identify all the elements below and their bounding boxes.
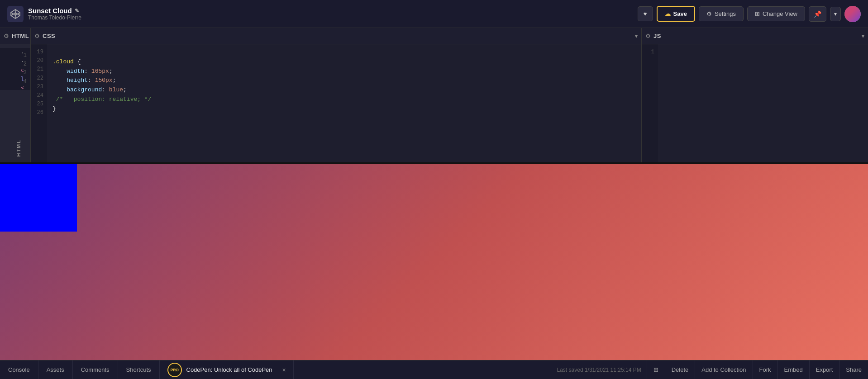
js-panel-header: ⚙ JS ▾	[642, 28, 868, 44]
html-vertical-label: HTML	[0, 139, 30, 162]
code-line-26	[52, 114, 636, 123]
project-name[interactable]: Sunset Cloud	[28, 7, 72, 14]
last-saved: Last saved 1/31/2021 11:25:14 PM	[552, 367, 647, 373]
codepen-logo[interactable]	[7, 6, 24, 22]
title-area: Sunset Cloud ✎ Thomas Toledo-Pierre	[28, 7, 81, 21]
html-panel: ⚙ HTML ▾ 1 2 3 4 · · c l < HTML	[0, 28, 31, 162]
comments-button[interactable]: Comments	[73, 360, 118, 379]
bottom-left: Console Assets Comments Shortcuts	[0, 360, 160, 379]
export-button[interactable]: Export	[809, 360, 839, 379]
js-panel-title: JS	[653, 33, 661, 39]
avatar-image	[844, 6, 861, 22]
css-panel-title: CSS	[43, 33, 55, 39]
code-line-22: height: 150px;	[52, 76, 636, 85]
fork-label: Fork	[759, 366, 771, 373]
css-gear-icon[interactable]: ⚙	[34, 33, 40, 39]
code-line-25: }	[52, 104, 636, 114]
html-panel-header: ⚙ HTML ▾	[0, 28, 30, 44]
avatar[interactable]	[844, 6, 861, 22]
open-in-new-icon: ⊞	[653, 366, 658, 373]
editor-section: ⚙ HTML ▾ 1 2 3 4 · · c l < HTML ⚙ CSS	[0, 28, 868, 164]
delete-label: Delete	[672, 366, 689, 373]
preview-area	[0, 164, 868, 360]
assets-button[interactable]: Assets	[38, 360, 73, 379]
pin-button[interactable]: 📌	[809, 6, 826, 22]
fork-button[interactable]: Fork	[753, 360, 777, 379]
js-collapse-button[interactable]: ▾	[862, 33, 864, 39]
topbar-actions: ♥ ☁ Save ⚙ Settings ⊞ Change View 📌 ▾	[638, 6, 861, 22]
share-label: Share	[846, 366, 862, 373]
edit-icon[interactable]: ✎	[75, 8, 79, 14]
topbar: Sunset Cloud ✎ Thomas Toledo-Pierre ♥ ☁ …	[0, 0, 868, 28]
code-line-21: width: 165px;	[52, 67, 636, 76]
change-view-label: Change View	[763, 10, 797, 17]
change-view-button[interactable]: ⊞ Change View	[747, 6, 805, 21]
pro-notification: PRO CodePen: Unlock all of CodePen ×	[160, 360, 294, 379]
bottombar: Console Assets Comments Shortcuts PRO Co…	[0, 360, 868, 379]
js-gear-icon[interactable]: ⚙	[645, 33, 651, 39]
add-collection-label: Add to Collection	[701, 366, 746, 373]
css-code-content[interactable]: .cloud { width: 165px; height: 150px; ba…	[47, 44, 641, 162]
css-panel-header: ⚙ CSS ▾	[31, 28, 641, 44]
export-label: Export	[816, 366, 833, 373]
pro-close-button[interactable]: ×	[282, 366, 286, 374]
js-panel: ⚙ JS ▾ 1	[642, 28, 868, 162]
console-label: Console	[8, 366, 30, 373]
pro-message: CodePen: Unlock all of CodePen	[186, 366, 272, 373]
cloud-icon: ☁	[665, 10, 671, 17]
js-line-numbers: 1	[642, 44, 658, 162]
css-panel: ⚙ CSS ▾ 19 20 21 22 23 24 25 26 .cloud {…	[31, 28, 642, 162]
code-line-20: .cloud {	[52, 57, 636, 67]
logo-area: Sunset Cloud ✎ Thomas Toledo-Pierre	[7, 6, 98, 22]
heart-button[interactable]: ♥	[638, 6, 653, 21]
assets-label: Assets	[47, 366, 64, 373]
bottom-right: Last saved 1/31/2021 11:25:14 PM ⊞ Delet…	[552, 360, 868, 379]
settings-label: Settings	[715, 10, 736, 17]
change-view-icon: ⊞	[755, 10, 760, 17]
delete-button[interactable]: Delete	[665, 360, 695, 379]
add-to-collection-button[interactable]: Add to Collection	[695, 360, 752, 379]
code-line-19	[52, 48, 636, 57]
html-gear-icon[interactable]: ⚙	[4, 33, 9, 39]
pro-badge: PRO	[167, 363, 182, 377]
code-line-24: /* position: relative; */	[52, 95, 636, 104]
embed-button[interactable]: Embed	[777, 360, 809, 379]
preview-blue-box	[0, 164, 77, 232]
author-name: Thomas Toledo-Pierre	[28, 14, 81, 21]
code-line-23: background: blue;	[52, 85, 636, 95]
settings-button[interactable]: ⚙ Settings	[699, 6, 744, 21]
css-line-numbers: 19 20 21 22 23 24 25 26	[31, 44, 47, 162]
js-code-editor[interactable]: 1	[642, 44, 868, 162]
pin-icon: 📌	[814, 10, 821, 18]
comments-label: Comments	[81, 366, 110, 373]
dropdown-arrow-button[interactable]: ▾	[830, 7, 841, 21]
chevron-down-icon: ▾	[834, 11, 837, 17]
project-title: Sunset Cloud ✎	[28, 7, 81, 14]
console-button[interactable]: Console	[0, 360, 38, 379]
settings-gear-icon: ⚙	[706, 10, 712, 17]
shortcuts-label: Shortcuts	[126, 366, 151, 373]
css-collapse-button[interactable]: ▾	[635, 33, 638, 39]
save-label: Save	[673, 10, 687, 17]
open-in-new-button[interactable]: ⊞	[647, 360, 665, 379]
css-code-editor[interactable]: 19 20 21 22 23 24 25 26 .cloud { width: …	[31, 44, 641, 162]
shortcuts-button[interactable]: Shortcuts	[118, 360, 160, 379]
html-panel-title: HTML	[12, 33, 29, 39]
save-button[interactable]: ☁ Save	[657, 6, 695, 22]
embed-label: Embed	[784, 366, 803, 373]
js-code-content[interactable]	[658, 44, 868, 162]
heart-icon: ♥	[644, 10, 647, 17]
share-button[interactable]: Share	[839, 360, 868, 379]
